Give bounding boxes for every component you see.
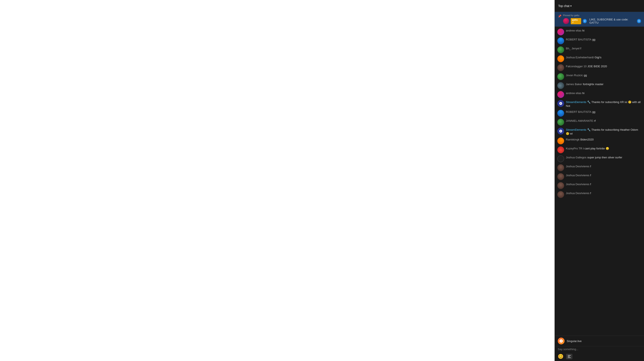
message-content: ROBERT BAUTISTAgg	[566, 37, 642, 41]
message-content: RamkkingkBiden2020	[566, 137, 642, 141]
message-text: gg	[592, 38, 595, 41]
chat-message[interactable]: andrew eliashi	[555, 27, 644, 36]
message-content: ROBERT BAUTISTAgg	[566, 110, 642, 114]
chat-header[interactable]: Top chat ▾	[555, 0, 644, 12]
verified-badge-2: V	[637, 19, 641, 23]
verified-badge: V	[583, 19, 587, 23]
avatar	[557, 137, 564, 144]
avatar	[557, 55, 564, 62]
message-content: StreamElements 🔧Thanks for subscribing H…	[566, 128, 642, 135]
main-content	[0, 0, 554, 361]
message-content: James Bakerfortnightx master	[566, 82, 642, 86]
message-author: StreamElements 🔧	[566, 100, 590, 104]
message-content: Falcondagger 10JOE BIDE 2020	[566, 64, 642, 68]
singular-avatar	[558, 338, 564, 345]
message-text: rf	[594, 119, 596, 122]
message-content: Joshua Desrivieresf	[566, 182, 642, 186]
avatar	[557, 37, 564, 44]
chat-message[interactable]: andrew eliashi	[555, 90, 644, 99]
message-author: andrew elias	[566, 91, 582, 95]
chat-footer: Singular.live Say something... 😊	[555, 336, 644, 361]
message-author: Falcondagger 10	[566, 65, 587, 68]
avatar	[557, 119, 564, 126]
chat-message[interactable]: ROBERT BAUTISTAgg	[555, 109, 644, 118]
chat-header-title[interactable]: Top chat ▾	[558, 4, 572, 8]
say-something[interactable]: Say something...	[555, 346, 644, 352]
chat-message[interactable]: James Bakerfortnightx master	[555, 81, 644, 90]
singular-live-row: Singular.live	[555, 336, 644, 346]
message-author: JANNIEL AMARANTE	[566, 119, 593, 122]
avatar	[557, 73, 564, 80]
chat-message[interactable]: Falcondagger 10JOE BIDE 2020	[555, 63, 644, 72]
emoji-button[interactable]: 😊	[558, 354, 564, 359]
message-content: StreamElements 🔧Thanks for subscribing X…	[566, 100, 642, 108]
singular-name: Singular.live	[567, 340, 582, 343]
message-text: gg	[584, 74, 587, 77]
chat-input-row: 😊	[555, 352, 644, 361]
avatar	[557, 28, 564, 35]
avatar	[557, 128, 564, 134]
message-content: Joshua Desrivieresf	[566, 164, 642, 168]
chat-message[interactable]: JANNIEL AMARANTErf	[555, 118, 644, 127]
chat-message[interactable]: StreamElements 🔧Thanks for subscribing H…	[555, 127, 644, 136]
message-author: Joshua Desrivieres	[566, 165, 590, 168]
message-text: Biden2020	[580, 138, 594, 141]
chat-message[interactable]: ROBERT BAUTISTAgg	[555, 36, 644, 45]
send-button[interactable]	[566, 354, 572, 359]
chat-message[interactable]: Jovan Ruzicicgg	[555, 72, 644, 81]
message-content: Bh_ Jenyelf	[566, 46, 642, 50]
chat-message[interactable]: RamkkingkBiden2020	[555, 136, 644, 145]
avatar	[557, 82, 564, 89]
message-content: KuzeyPro TRi cant play fortnite 😞	[566, 146, 642, 150]
avatar	[557, 164, 564, 171]
message-author: Jovan Ruzicic	[566, 74, 583, 77]
message-author: Joshua Desrivieres	[566, 192, 590, 195]
message-content: JANNIEL AMARANTErf	[566, 119, 642, 123]
message-content: Joshua EzeheberhardtGigi's	[566, 55, 642, 59]
pinned-name-badge: gattu ✓	[571, 18, 581, 24]
message-text: f	[590, 165, 591, 168]
message-text: hi	[582, 91, 584, 95]
message-text: JOE BIDE 2020	[588, 65, 607, 68]
message-author: Joshua Desrivieres	[566, 183, 590, 186]
avatar	[557, 155, 564, 162]
message-author: Joshua Desrivieres	[566, 174, 590, 177]
chat-message[interactable]: Joshua Desrivieresf	[555, 181, 644, 190]
pinned-content: Pinned by gattu gattu ✓ V LIKE, SUBSCRIB…	[563, 14, 641, 24]
message-text: i cant play fortnite 😞	[583, 147, 609, 150]
chat-message[interactable]: KuzeyPro TRi cant play fortnite 😞	[555, 145, 644, 154]
chat-message[interactable]: Joshua Desrivieresf	[555, 163, 644, 172]
avatar	[557, 64, 564, 71]
message-content: Joshua Gallegossuper jump then silver su…	[566, 155, 642, 159]
avatar	[557, 146, 564, 153]
chat-panel: Top chat ▾ 📌 Pinned by gattu gattu ✓ V L…	[554, 0, 644, 361]
message-text: f	[580, 47, 581, 50]
avatar	[557, 110, 564, 117]
message-author: Ramkkingk	[566, 138, 580, 141]
chat-message[interactable]: Joshua EzeheberhardtGigi's	[555, 54, 644, 63]
avatar	[557, 100, 564, 107]
message-author: Joshua Ezeheberhardt	[566, 56, 594, 59]
chat-message[interactable]: Joshua Gallegossuper jump then silver su…	[555, 154, 644, 163]
message-text: f	[590, 192, 591, 195]
chat-message[interactable]: StreamElements 🔧Thanks for subscribing X…	[555, 99, 644, 109]
chevron-down-icon: ▾	[570, 4, 572, 7]
message-author: andrew elias	[566, 29, 582, 32]
message-content: Joshua Desrivieresf	[566, 173, 642, 177]
chat-message[interactable]: Joshua Desrivieresf	[555, 172, 644, 181]
message-text: f	[590, 183, 591, 186]
pin-icon: 📌	[558, 14, 561, 18]
chat-message[interactable]: Joshua Desrivieresf	[555, 190, 644, 199]
avatar	[557, 46, 564, 53]
message-text: fortnightx master	[583, 83, 604, 86]
message-content: andrew eliashi	[566, 91, 642, 95]
pinned-message[interactable]: 📌 Pinned by gattu gattu ✓ V LIKE, SUBSCR…	[555, 12, 644, 27]
chat-title-text: Top chat	[558, 4, 570, 8]
chat-message[interactable]: Bh_ Jenyelf	[555, 45, 644, 54]
message-author: ROBERT BAUTISTA	[566, 110, 592, 113]
pinned-by-label: Pinned by gattu	[563, 14, 641, 16]
message-content: Jovan Ruzicicgg	[566, 73, 642, 77]
chat-messages-list[interactable]: andrew eliashiROBERT BAUTISTAggBh_ Jenye…	[555, 27, 644, 336]
pinned-body: gattu ✓ V LIKE, SUBSCRIBE & use code: GA…	[563, 18, 641, 24]
message-text: hi	[582, 29, 584, 32]
